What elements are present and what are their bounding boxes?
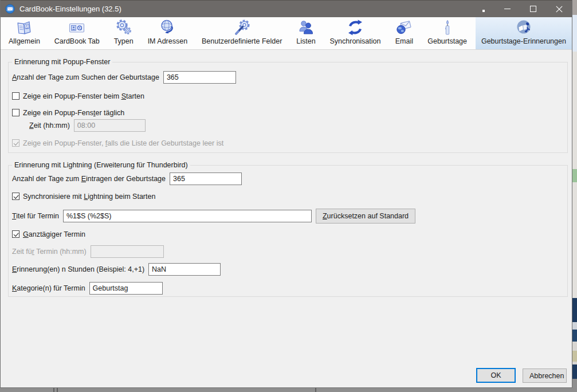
event-time-label: Zeit für Termin (hh:mm) [12,248,87,256]
days-add-label: Anzahl der Tage zum Eintragen der Geburt… [12,175,166,183]
popup-start-checkbox-label[interactable]: Zeige ein Popup-Fenster beim Starten [23,92,144,100]
popup-empty-checkbox-label: Zeige ein Popup-Fenster, falls die Liste… [23,139,223,147]
cardbook-logo-icon [5,4,15,14]
daily-time-label: Zeit (hh:mm) [29,121,70,130]
days-search-input[interactable] [163,71,236,84]
people-icon [297,18,315,37]
close-button[interactable] [546,1,572,18]
daily-time-input [74,119,146,132]
toolbar-item-label: Typen [114,37,134,45]
sync-start-checkbox-label[interactable]: Synchronisiere mit Lightning beim Starte… [23,193,155,201]
lightning-group-legend: Erinnerung mit Lightning (Erweiterung fü… [12,161,190,169]
toolbar-item-label: Benutzerdefinierte Felder [202,37,282,45]
sync-start-checkbox[interactable] [12,193,19,200]
toolbar-item-label: Synchronisation [330,37,381,45]
reset-default-button[interactable]: Zurücksetzen auf Standard [316,209,415,224]
toolbar-item-label: CardBook Tab [54,37,100,45]
popup-empty-checkbox-row: Zeige ein Popup-Fenster, falls die Liste… [12,139,223,147]
close-icon [556,6,563,13]
popup-reminder-group: Erinnerung mit Popup-Fenster Anzahl der … [8,62,568,153]
address-book-icon [15,18,33,37]
toolbar-item-geburtstage-erinnerungen[interactable]: Geburtstage-Erinnerungen [476,17,572,49]
popup-daily-checkbox[interactable] [12,109,19,116]
candle-icon [438,18,457,37]
settings-content: Erinnerung mit Popup-Fenster Anzahl der … [1,50,572,387]
toolbar-item-email[interactable]: Email [389,17,419,49]
popup-start-checkbox-row: Zeige ein Popup-Fenster beim Starten [12,92,144,100]
toolbar-item-label: Geburtstage-Erinnerungen [481,37,566,45]
titlebar-artifact-dot [482,10,485,12]
toolbar-item-allgemein[interactable]: Allgemein [3,17,46,49]
categories-input[interactable] [89,282,163,295]
reminders-label: Erinnerung(en) n Stunden (Beispiel: 4,+1… [12,265,144,273]
ok-button[interactable]: OK [476,368,516,383]
minimize-button[interactable] [494,1,520,18]
all-day-checkbox-label[interactable]: Ganztägiger Termin [23,230,85,238]
popup-start-checkbox[interactable] [12,92,19,100]
days-search-label: Anzahl der Tage zum Suchen der Geburtsta… [12,73,159,81]
gear-wand-icon [233,18,251,37]
toolbar-item-label: Listen [296,37,315,45]
settings-toolbar: Allgemein CardBook Tab [1,17,572,50]
book-rose-icon [515,18,533,37]
toolbar-item-typen[interactable]: Typen [108,17,139,49]
toolbar-item-label: Allgemein [9,37,40,45]
toolbar-item-cardbook-tab[interactable]: CardBook Tab [49,17,105,49]
reminders-input[interactable] [148,263,221,276]
event-title-input[interactable] [63,210,312,222]
envelope-globe-icon [395,18,413,37]
cardbook-settings-dialog: CardBook-Einstellungen (32.5) [0,0,572,388]
background-app-strip [0,388,577,392]
cardbook-tab-icon [68,18,86,37]
popup-daily-checkbox-row: Zeige ein Popup-Fenster täglich [12,108,124,117]
background-app-sliver [572,0,577,392]
toolbar-item-label: Geburtstage [427,37,467,45]
toolbar-item-benutzerdefinierte-felder[interactable]: Benutzerdefinierte Felder [196,17,288,49]
window-title: CardBook-Einstellungen (32.5) [19,5,121,13]
maximize-button[interactable] [520,1,546,18]
toolbar-item-label: IM Adressen [148,37,187,45]
cancel-button[interactable]: Abbrechen [523,369,567,383]
sync-start-checkbox-row: Synchronisiere mit Lightning beim Starte… [12,192,155,201]
event-title-label: Titel für Termin [12,212,59,220]
popup-group-legend: Erinnerung mit Popup-Fenster [12,58,112,66]
titlebar[interactable]: CardBook-Einstellungen (32.5) [1,0,572,17]
toolbar-item-synchronisation[interactable]: Synchronisation [324,17,387,49]
days-add-input[interactable] [170,173,242,185]
toolbar-item-im-adressen[interactable]: IM Adressen [142,17,193,49]
all-day-checkbox-row: Ganztägiger Termin [12,230,85,238]
all-day-checkbox[interactable] [12,230,19,238]
event-time-input [91,245,164,258]
toolbar-item-label: Email [395,37,413,45]
sync-arrows-icon [346,18,364,37]
popup-daily-checkbox-label[interactable]: Zeige ein Popup-Fenster täglich [23,109,124,117]
toolbar-item-geburtstage[interactable]: Geburtstage [422,17,473,49]
minimize-icon [504,6,511,12]
globe-chat-icon [158,18,176,37]
lightning-reminder-group: Erinnerung mit Lightning (Erweiterung fü… [8,165,568,297]
maximize-icon [530,6,536,12]
toolbar-item-listen[interactable]: Listen [291,17,321,49]
gears-icon [115,18,133,37]
popup-empty-checkbox [12,139,19,147]
categories-label: Kategorie(n) für Termin [12,284,85,292]
